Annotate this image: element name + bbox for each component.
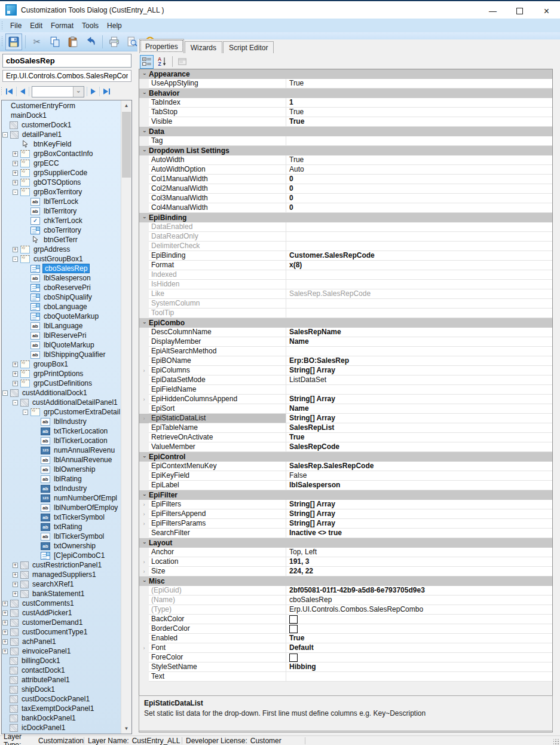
property-value[interactable]: 0 (286, 203, 552, 213)
minimize-button[interactable]: — (479, 2, 506, 20)
tree-expander[interactable]: + (2, 630, 8, 635)
expand-icon[interactable]: › (139, 395, 149, 404)
property-row[interactable]: StyleSetNameHibbing (139, 662, 552, 672)
property-value[interactable]: True (286, 634, 552, 643)
property-value[interactable] (286, 242, 552, 251)
tree-item[interactable]: +xygroupBox1 (2, 359, 121, 369)
property-row[interactable]: EpiAltSearchMethod (139, 347, 552, 356)
property-row[interactable]: ValueMemberSalesRepCode (139, 442, 552, 452)
property-row[interactable]: BorderColor (139, 624, 552, 634)
property-row[interactable]: SearchFilterInactive <> true (139, 529, 552, 538)
menu-file[interactable]: File (6, 20, 26, 31)
expand-icon[interactable]: › (139, 643, 149, 653)
property-value[interactable]: 2bf05081-01f1-42b9-a5d8-6e793705d9e3 (286, 586, 552, 596)
property-value[interactable]: 191, 3 (286, 557, 552, 567)
tree-expander[interactable]: - (2, 390, 8, 396)
menu-help[interactable]: Help (103, 20, 126, 31)
tree-item[interactable]: +xygrpECC (2, 158, 121, 168)
tree-expander[interactable]: + (13, 362, 18, 367)
undo-button[interactable] (82, 33, 99, 50)
property-row[interactable]: ›Size224, 22 (139, 567, 552, 576)
property-value[interactable]: SalesRep.SalesRepCode (286, 289, 552, 299)
tab-properties[interactable]: Properties (139, 39, 184, 53)
tree-item[interactable]: cboTerritory (2, 225, 121, 235)
property-row[interactable]: TabStopTrue (139, 108, 552, 117)
tree-item[interactable]: CustomerEntryForm (2, 101, 121, 111)
tree-expander[interactable]: + (13, 180, 18, 185)
tree-item[interactable]: +custAddPicker1 (2, 608, 121, 618)
property-row[interactable]: ›FontDefault (139, 643, 552, 653)
scroll-down-icon[interactable]: ▼ (121, 723, 131, 734)
categorized-button[interactable] (140, 55, 154, 69)
property-row[interactable]: EpiLabellblSalesperson (139, 481, 552, 490)
nav-previous-button[interactable] (19, 87, 26, 96)
property-value[interactable] (286, 347, 552, 356)
tree-item[interactable]: cboReservePri (2, 283, 121, 292)
tree-item[interactable]: attributePanel1 (2, 675, 121, 685)
tree-expander[interactable]: + (13, 381, 18, 386)
tree-item[interactable]: -xygrpBoxTerritory (2, 187, 121, 197)
category-row[interactable]: ›Appearance (139, 69, 552, 79)
property-value[interactable]: String[] Array (286, 500, 552, 509)
property-row[interactable]: DescColumnNameSalesRepName (139, 328, 552, 337)
nav-last-button[interactable] (102, 87, 111, 96)
chevron-down-icon[interactable]: › (139, 320, 149, 326)
maximize-button[interactable] (506, 2, 533, 20)
close-button[interactable]: × (533, 2, 560, 20)
property-value[interactable]: SalesRepName (286, 328, 552, 337)
tree-item[interactable]: ablblNumberOfEmploy (2, 503, 121, 512)
control-type-input[interactable] (2, 70, 131, 82)
tree-item[interactable]: -xycustGroupBox1 (2, 254, 121, 264)
property-value[interactable]: String[] Array (286, 509, 552, 519)
property-value[interactable]: SalesRepList (286, 423, 552, 433)
property-value[interactable]: Name (286, 404, 552, 414)
property-row[interactable]: DataReadOnly (139, 232, 552, 242)
category-row[interactable]: ›Behavior (139, 88, 552, 98)
tree-item[interactable]: 123numNumberOfEmpl (2, 493, 121, 503)
expand-icon[interactable]: › (139, 519, 149, 529)
tree-item[interactable]: +customerDemand1 (2, 618, 121, 627)
tree-item[interactable]: +achPanel1 (2, 637, 121, 646)
tree-expander[interactable]: + (2, 601, 8, 606)
tree-item[interactable]: ablblReservePri (2, 331, 121, 340)
tree-item[interactable]: +xygrpSupplierCode (2, 168, 121, 178)
property-value[interactable]: lblSalesperson (286, 481, 552, 490)
tree-item[interactable]: abtxtOwnership (2, 541, 121, 551)
property-value[interactable]: Name (286, 337, 552, 347)
tree-item[interactable]: abtxtTickerLocation (2, 426, 121, 436)
tree-item[interactable]: ✓chkTerrLock (2, 216, 121, 225)
tree-expander[interactable]: + (2, 639, 8, 645)
tab-wizards[interactable]: Wizards (185, 41, 222, 53)
tree-expander[interactable]: + (13, 151, 18, 157)
property-row[interactable]: DelimiterCheck (139, 242, 552, 251)
property-row[interactable]: DataEnabled (139, 222, 552, 232)
scroll-up-icon[interactable]: ▲ (121, 100, 131, 111)
menu-format[interactable]: Format (47, 20, 78, 31)
property-row[interactable]: Col4ManualWidth0 (139, 203, 552, 213)
tree-item[interactable]: custDocsDockPanel1 (2, 694, 121, 704)
property-row[interactable]: Col3ManualWidth0 (139, 194, 552, 203)
tree-item[interactable]: +einvoicePanel1 (2, 646, 121, 656)
property-row[interactable]: EpiKeyFieldFalse (139, 471, 552, 481)
tree-item[interactable]: customerDock1 (2, 120, 121, 130)
property-value[interactable]: True (286, 155, 552, 165)
property-row[interactable]: Indexed (139, 270, 552, 280)
tree-expander[interactable]: + (13, 170, 18, 176)
property-value[interactable] (286, 309, 552, 318)
tree-item[interactable]: +custDocumentType1 (2, 627, 121, 637)
tree-item[interactable]: cboQuoteMarkup (2, 312, 121, 321)
property-value[interactable]: String[] Array (286, 519, 552, 529)
tree-expander[interactable]: + (13, 582, 18, 587)
property-row[interactable]: Col1ManualWidth0 (139, 175, 552, 184)
property-value[interactable]: SalesRep.SalesRepCode (286, 462, 552, 471)
tree-expander[interactable]: + (13, 161, 18, 166)
expand-icon[interactable]: › (139, 567, 149, 576)
property-row[interactable]: BackColor (139, 615, 552, 624)
property-row[interactable]: ›EpiFiltersAppendString[] Array (139, 509, 552, 519)
property-value[interactable]: Inactive <> true (286, 529, 552, 538)
tree-item[interactable]: billingDock1 (2, 656, 121, 665)
tree-item[interactable]: shipDock1 (2, 685, 121, 694)
tree-item[interactable]: mainDock1 (2, 111, 121, 120)
tree-item[interactable]: ablblQuoteMarkup (2, 340, 121, 350)
chevron-down-icon[interactable]: › (139, 578, 149, 584)
